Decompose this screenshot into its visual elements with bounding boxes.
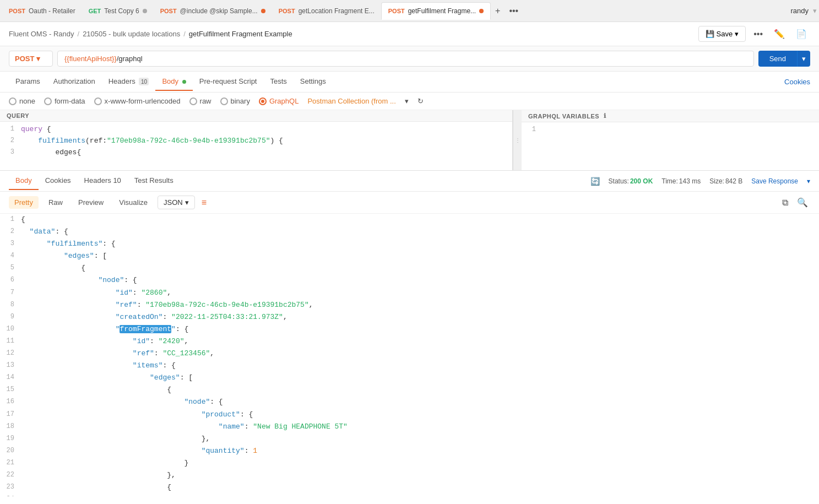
radio-urlencoded — [94, 97, 102, 105]
tab-overflow-button[interactable]: ••• — [505, 4, 523, 18]
url-path: /graphql — [117, 55, 143, 63]
response-tab-headers[interactable]: Headers 10 — [78, 172, 128, 190]
save-label: Save — [717, 30, 733, 38]
tab-testcopy[interactable]: GET Test Copy 6 — [82, 2, 154, 20]
resp-line-12: 12 "ref": "CC_123456", — [0, 348, 819, 360]
option-none[interactable]: none — [9, 97, 35, 105]
method-label: POST — [15, 55, 34, 63]
graphql-vars-panel: GRAPHQL VARIABLES ℹ 1 — [522, 110, 819, 170]
breadcrumb-current: getFulfilment Fragment Example — [189, 30, 292, 38]
tab-include[interactable]: POST @include @skip Sample... — [154, 2, 272, 20]
resp-line-1: 1 { — [0, 214, 819, 226]
resp-line-17: 17 "product": { — [0, 409, 819, 421]
resp-line-6: 6 "node": { — [0, 274, 819, 286]
postman-collection-link[interactable]: Postman Collection (from ... — [307, 97, 395, 105]
query-line-3: 3 edges{ — [0, 147, 512, 159]
save-icon: 💾 — [706, 30, 714, 38]
tab-bar: POST Oauth - Retailer GET Test Copy 6 PO… — [0, 0, 819, 22]
filter-button[interactable]: ≡ — [199, 196, 209, 210]
save-button[interactable]: 💾 Save ▾ — [698, 26, 746, 42]
resp-line-2: 2 "data": { — [0, 226, 819, 238]
tab-getlocation[interactable]: POST getLocation Fragment E... — [272, 2, 381, 20]
url-input[interactable]: {{fluentApiHost}}/graphql — [57, 51, 754, 67]
graphql-vars-code[interactable]: 1 — [522, 122, 819, 170]
tab-getfulfilment-method: POST — [388, 8, 405, 14]
tab-headers[interactable]: Headers 10 — [102, 73, 156, 91]
query-panel-header: QUERY — [0, 110, 512, 122]
description-icon[interactable]: 📄 — [793, 25, 810, 42]
tab-body[interactable]: Body — [155, 73, 192, 91]
tab-oauth[interactable]: POST Oauth - Retailer — [2, 2, 82, 20]
tab-params[interactable]: Params — [9, 73, 47, 91]
tab-settings[interactable]: Settings — [294, 73, 333, 91]
panel-divider[interactable]: ⋮ — [513, 110, 522, 170]
format-pretty[interactable]: Pretty — [9, 196, 39, 209]
save-response-chevron-icon[interactable]: ▾ — [807, 177, 810, 185]
search-button[interactable]: 🔍 — [795, 195, 810, 210]
resp-line-4: 4 "edges": [ — [0, 250, 819, 262]
graphql-vars-line-1: 1 — [522, 124, 819, 135]
breadcrumb-sep2: / — [183, 30, 186, 38]
resp-line-19: 19 }, — [0, 433, 819, 445]
format-bar: Pretty Raw Preview Visualize JSON ▾ ≡ ⧉ … — [0, 192, 819, 214]
size-value: 842 B — [725, 177, 742, 185]
tab-include-method: POST — [160, 8, 177, 14]
body-options: none form-data x-www-form-urlencoded raw… — [0, 93, 819, 110]
radio-none — [9, 97, 17, 105]
breadcrumb-workspace[interactable]: Fluent OMS - Randy — [9, 30, 74, 38]
response-code-area[interactable]: 1 { 2 "data": { 3 "fulfilments": { 4 "ed… — [0, 214, 819, 496]
tab-getlocation-method: POST — [279, 8, 295, 14]
option-formdata[interactable]: form-data — [44, 97, 85, 105]
tab-getfulfilment[interactable]: POST getFulfilment Fragme... — [381, 2, 491, 20]
postman-chevron-icon[interactable]: ▾ — [405, 97, 409, 105]
cookies-link[interactable]: Cookies — [784, 78, 810, 86]
url-bar: POST ▾ {{fluentApiHost}}/graphql Send ▾ — [0, 46, 819, 72]
option-none-label: none — [19, 97, 35, 105]
radio-raw — [189, 97, 197, 105]
option-urlencoded[interactable]: x-www-form-urlencoded — [94, 97, 181, 105]
option-raw[interactable]: raw — [189, 97, 211, 105]
user-label[interactable]: randy — [790, 7, 809, 15]
status-value: 200 OK — [630, 177, 653, 185]
send-dropdown-button[interactable]: ▾ — [797, 51, 810, 67]
breadcrumb-sep1: / — [78, 30, 80, 38]
tab-prerequest[interactable]: Pre-request Script — [193, 73, 264, 91]
new-tab-button[interactable]: + — [491, 4, 505, 18]
format-visualize[interactable]: Visualize — [113, 196, 153, 209]
save-response-button[interactable]: Save Response — [751, 177, 798, 185]
tab-testcopy-dot — [143, 9, 147, 13]
copy-button[interactable]: ⧉ — [780, 196, 790, 210]
tab-include-dot — [261, 9, 265, 13]
save-chevron-icon[interactable]: ▾ — [735, 30, 739, 38]
resp-line-9: 9 "createdOn": "2022-11-25T04:33:21.973Z… — [0, 311, 819, 323]
headers-badge: 10 — [139, 78, 149, 85]
resp-line-18: 18 "name": "New Big HEADPHONE 5T" — [0, 421, 819, 433]
option-graphql[interactable]: GraphQL — [259, 97, 299, 105]
send-button[interactable]: Send — [758, 51, 797, 67]
method-dropdown[interactable]: POST ▾ — [9, 51, 53, 67]
breadcrumb-collection[interactable]: 210505 - bulk update locations — [83, 30, 180, 38]
resp-line-11: 11 "id": "2420", — [0, 335, 819, 348]
more-options-button[interactable]: ••• — [750, 26, 766, 42]
refresh-button[interactable]: ↻ — [417, 97, 424, 105]
response-tab-body[interactable]: Body — [9, 172, 39, 190]
tab-oauth-label: Oauth - Retailer — [29, 7, 75, 15]
format-raw[interactable]: Raw — [43, 196, 68, 209]
format-preview[interactable]: Preview — [73, 196, 109, 209]
resp-line-16: 16 "node": { — [0, 396, 819, 408]
edit-icon[interactable]: ✏️ — [771, 25, 788, 42]
query-code-area[interactable]: 1 query { 2 fulfilments(ref:"170eb98a-79… — [0, 122, 512, 170]
response-tabs-bar: Body Cookies Headers 10 Test Results 🔄 S… — [0, 171, 819, 192]
tab-authorization[interactable]: Authorization — [47, 73, 102, 91]
resp-line-22: 22 }, — [0, 469, 819, 481]
tab-tests[interactable]: Tests — [263, 73, 293, 91]
tab-getlocation-label: getLocation Fragment E... — [299, 7, 375, 15]
option-binary[interactable]: binary — [220, 97, 250, 105]
response-meta-icon: 🔄 — [590, 177, 600, 186]
user-chevron-icon[interactable]: ▾ — [813, 7, 817, 15]
response-tab-cookies[interactable]: Cookies — [39, 172, 78, 190]
response-tab-testresults[interactable]: Test Results — [128, 172, 180, 190]
format-dropdown[interactable]: JSON ▾ — [158, 196, 195, 209]
resp-line-24: 24 "node": { — [0, 494, 819, 496]
format-dropdown-chevron-icon: ▾ — [185, 198, 189, 207]
